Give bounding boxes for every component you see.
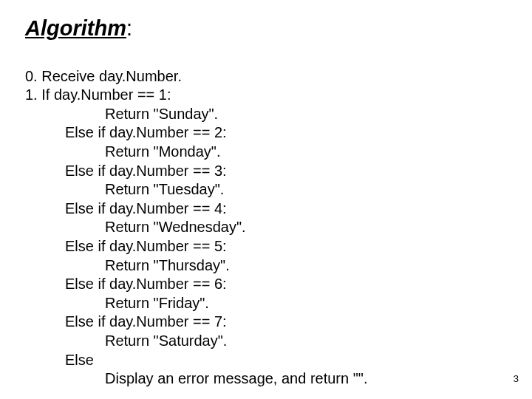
slide: Algorithm: 0. Receive day.Number. 1. If … — [0, 0, 532, 399]
elseif-6: Else if day.Number == 6: — [25, 275, 507, 294]
elseif-7: Else if day.Number == 7: — [25, 313, 507, 332]
elseif-4: Else if day.Number == 4: — [25, 200, 507, 219]
return-monday: Return "Monday". — [25, 143, 507, 162]
else: Else — [25, 351, 507, 370]
step-1-if: 1. If day.Number == 1: — [25, 86, 171, 103]
algorithm-body: 0. Receive day.Number. 1. If day.Number … — [25, 48, 507, 389]
return-sunday: Return "Sunday". — [25, 105, 507, 124]
elseif-3: Else if day.Number == 3: — [25, 162, 507, 181]
return-saturday: Return "Saturday". — [25, 332, 507, 351]
return-thursday: Return "Thursday". — [25, 256, 507, 276]
slide-title: Algorithm — [25, 16, 126, 40]
title-colon: : — [126, 16, 132, 40]
page-number: 3 — [514, 373, 519, 384]
step-0: 0. Receive day.Number. — [25, 68, 182, 84]
display-error: Display an error message, and return "". — [25, 369, 507, 389]
return-tuesday: Return "Tuesday". — [25, 180, 507, 200]
title-row: Algorithm: — [25, 16, 507, 41]
elseif-5: Else if day.Number == 5: — [25, 237, 507, 256]
return-friday: Return "Friday". — [25, 294, 507, 313]
elseif-2: Else if day.Number == 2: — [25, 123, 507, 143]
return-wednesday: Return "Wednesday". — [25, 218, 507, 237]
